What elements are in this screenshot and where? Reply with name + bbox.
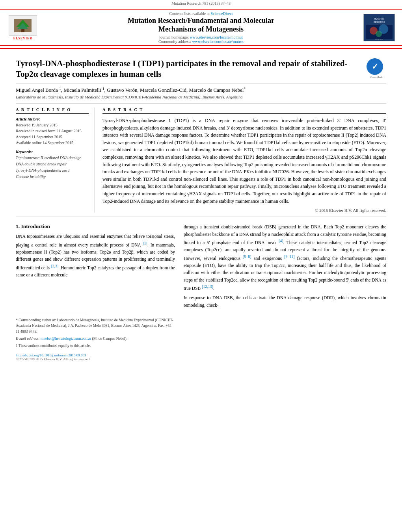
ref-4: [4]: [279, 239, 283, 243]
keyword-4: Genome instability: [16, 174, 89, 180]
footnotes-area: * Corresponding author at: Laboratorio d…: [16, 281, 175, 361]
intro-paragraph-2: through a transient double-stranded brea…: [184, 223, 386, 292]
article-info-col: A R T I C L E I N F O Article history: R…: [16, 108, 95, 213]
author-list: Miguel Angel Borda 1, Micaela Palmitelli…: [16, 87, 246, 93]
keyword-1: Topoisomerase II-mediated DNA damage: [16, 155, 89, 161]
ref-5-8: [5–8]: [243, 254, 251, 259]
article-info-abstract: A R T I C L E I N F O Article history: R…: [16, 104, 386, 217]
citation-line: Mutation Research 781 (2015) 37–48: [0, 0, 402, 7]
svg-text:ELSEVIER: ELSEVIER: [375, 39, 383, 41]
available-date: Available online 14 September 2015: [16, 140, 89, 146]
abstract-label: A B S T R A C T: [102, 108, 386, 114]
footnote-email-link[interactable]: mnebel@hematologia.anm.edu.ar: [41, 337, 91, 341]
community-address-url[interactable]: www.elsevier.com/locate/mutres: [192, 39, 244, 44]
ref-9-11: [9–11]: [284, 254, 294, 259]
elsevier-logo-box: [9, 15, 37, 36]
contents-available: Contents lists available at ScienceDirec…: [39, 11, 363, 16]
elsevier-tree-icon: [14, 19, 32, 32]
footnote-divider: [16, 314, 87, 317]
journal-main-title: Mutation Research/Fundamental and Molecu…: [39, 17, 363, 33]
elsevier-logo: ELSEVIER: [7, 15, 39, 40]
journal-homepage-url[interactable]: www.elsevier.com/locate/molmut: [190, 35, 242, 39]
svg-text:MUTATION: MUTATION: [374, 18, 384, 20]
intro-paragraph-1: DNA topoisomerases are ubiquous and esse…: [16, 233, 175, 278]
sciencedirect-link[interactable]: ScienceDirect: [210, 11, 233, 16]
abstract-paragraph: Tyrosyl-DNA-phosphodiesterase 1 (TDP1) i…: [102, 117, 386, 205]
intro-paragraph-3: In response to DNA DSB, the cells activa…: [184, 294, 386, 309]
ref-12-13: [12,13]: [202, 284, 213, 289]
crossmark-icon: ✓: [368, 59, 382, 74]
article-title: Tyrosyl-DNA-phosphodiesterase I (TDP1) p…: [16, 58, 367, 80]
abstract-text: Tyrosyl-DNA-phosphodiesterase 1 (TDP1) i…: [102, 117, 386, 205]
crossmark-logo: ✓: [367, 58, 383, 75]
journal-header: Mutation Research 781 (2015) 37–48 ELSEV…: [0, 0, 402, 49]
journal-links: journal homepage: www.elsevier.com/locat…: [39, 35, 363, 44]
journal-thumbnail: MUTATION RESEARCH ELSEVIER: [363, 14, 395, 41]
main-content: 1. Introduction DNA topoisomerases are u…: [16, 217, 386, 361]
accepted-date: Accepted 11 September 2015: [16, 134, 89, 140]
svg-point-14: [376, 31, 382, 37]
keywords-list: Topoisomerase II-mediated DNA damage DNA…: [16, 155, 89, 180]
elsevier-text: ELSEVIER: [13, 37, 32, 40]
crossmark-area: ✓ CrossMark: [367, 58, 386, 79]
footnote-1: 1 These authors contributed equally to t…: [16, 343, 175, 348]
keyword-2: DNA double strand break repair: [16, 161, 89, 167]
history-heading: Article history:: [16, 117, 89, 121]
crossmark-label: CrossMark: [367, 76, 386, 79]
keywords-group: Keywords: Topoisomerase II-mediated DNA …: [16, 150, 89, 180]
affiliation: Laboratorio de Mutagénesis, Instituto de…: [16, 95, 386, 104]
article-history: Article history: Received 19 January 201…: [16, 117, 89, 146]
article-info-label: A R T I C L E I N F O: [16, 108, 89, 114]
article-title-section: Tyrosyl-DNA-phosphodiesterase I (TDP1) p…: [16, 53, 386, 83]
svg-rect-7: [21, 29, 24, 32]
ref-1: [1]: [143, 241, 147, 245]
keywords-heading: Keywords:: [16, 150, 89, 154]
svg-text:✓: ✓: [372, 62, 378, 71]
article-body: Tyrosyl-DNA-phosphodiesterase I (TDP1) p…: [0, 53, 402, 361]
abstract-col: A B S T R A C T Tyrosyl-DNA-phosphodiest…: [102, 108, 386, 213]
journal-cover-image: MUTATION RESEARCH ELSEVIER: [364, 14, 395, 41]
keyword-3: Tyrosyl-DNA-phosphodiesterase 1: [16, 167, 89, 174]
footnote-corresponding: * Corresponding author at: Laboratorio d…: [16, 317, 175, 334]
journal-citation: Mutation Research 781 (2015) 37–48: [171, 1, 231, 6]
journal-banner: ELSEVIER Contents lists available at Sci…: [0, 9, 402, 46]
copyright-notice: © 2015 Elsevier B.V. All rights reserved…: [102, 208, 386, 213]
footnote-email: E-mail address: mnebel@hematologia.anm.e…: [16, 336, 175, 341]
svg-text:RESEARCH: RESEARCH: [374, 21, 385, 23]
received-date: Received 19 January 2015: [16, 122, 89, 128]
doi-line[interactable]: http://dx.doi.org/10.1016/j.mrfmmm.2015.…: [16, 353, 175, 357]
ref-23: [2,3]: [51, 264, 58, 268]
revised-date: Received in revised form 21 August 2015: [16, 128, 89, 134]
issn-line: 0027-5107/© 2015 Elsevier B.V. All right…: [16, 357, 175, 361]
intro-right-col: through a transient double-stranded brea…: [184, 223, 386, 361]
journal-title-area: Contents lists available at ScienceDirec…: [39, 11, 363, 44]
authors-line: Miguel Angel Borda 1, Micaela Palmitelli…: [16, 83, 386, 95]
intro-left-col: 1. Introduction DNA topoisomerases are u…: [16, 223, 175, 361]
intro-section-title: 1. Introduction: [16, 223, 175, 230]
